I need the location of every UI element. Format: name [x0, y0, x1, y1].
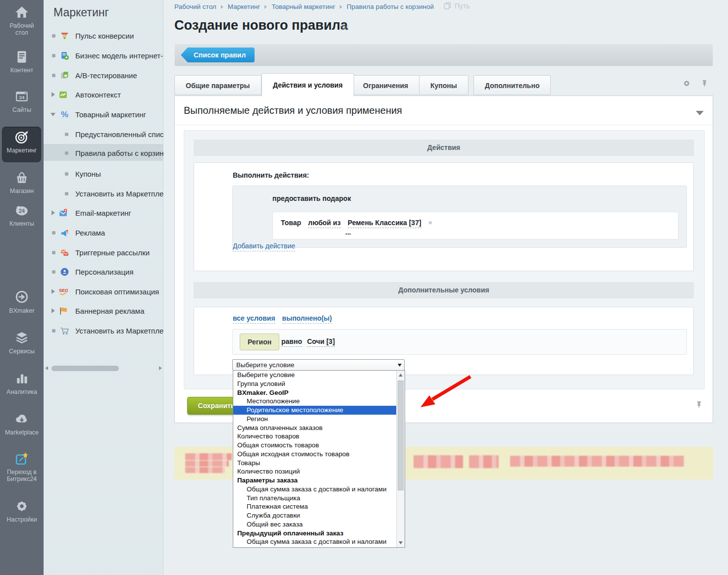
dropdown-option[interactable]: Выберите условие: [233, 371, 396, 380]
dropdown-option[interactable]: Количество позиций: [233, 467, 396, 476]
sites-icon: 24: [0, 89, 44, 105]
rail-item-sites[interactable]: 24 Сайты: [0, 89, 44, 113]
scroll-down-arrow-icon[interactable]: [399, 541, 403, 544]
product-value-link[interactable]: Ремень Классика [37]: [348, 219, 421, 228]
conditions-header: Дополнительные условия: [194, 282, 694, 298]
rail-item-analytics[interactable]: Аналитика: [0, 371, 44, 395]
add-action-link[interactable]: Добавить действие: [233, 242, 295, 251]
dropdown-option[interactable]: Тип плательщика: [233, 494, 396, 503]
scrollbar-thumb[interactable]: [398, 381, 404, 490]
document-icon: [0, 49, 44, 65]
dropdown-option[interactable]: Общая стоимость товаров: [233, 441, 396, 450]
dropdown-option[interactable]: Группа условий: [233, 380, 396, 388]
menu-item-ab-testing[interactable]: A/B-тестирование: [44, 69, 163, 81]
rail-item-bitrix24[interactable]: Переход в Битрикс24: [0, 451, 44, 482]
rail-item-content[interactable]: Контент: [0, 49, 44, 74]
dropdown-group-label[interactable]: Предыдущий оплаченный заказ: [233, 529, 396, 538]
rail-item-marketing[interactable]: Маркетинг: [0, 130, 44, 154]
scroll-left-arrow-icon[interactable]: [45, 366, 48, 370]
rail-item-marketplace[interactable]: Marketplace: [0, 412, 44, 436]
menu-item-banner-ads[interactable]: Баннерная реклама: [44, 305, 163, 317]
dropdown-option[interactable]: Количество товаров: [233, 432, 396, 441]
bullet-icon: [52, 270, 55, 274]
menu-item-email-marketing[interactable]: Email-маркетинг: [44, 207, 163, 219]
action-row-box: Товар любой из Ремень Классика [37] × ..…: [272, 212, 678, 240]
settings-gear-icon[interactable]: [682, 79, 691, 88]
breadcrumb-link[interactable]: Рабочий стол: [174, 3, 216, 10]
breadcrumb-separator-icon: [264, 5, 267, 9]
menu-item-business-model[interactable]: Бизнес модель интернет-м: [44, 49, 163, 61]
bullet-icon: [52, 231, 55, 235]
rail-item-clients[interactable]: 24 Клиенты: [0, 203, 44, 227]
more-link[interactable]: ...: [345, 228, 351, 236]
scrollbar-thumb[interactable]: [52, 366, 119, 371]
bullet-icon: [52, 34, 55, 38]
menu-item-preset-list[interactable]: Предустановленный списо: [44, 128, 163, 140]
dropdown-option[interactable]: Служба доставки: [233, 511, 396, 520]
region-value-link[interactable]: Сочи [3]: [307, 337, 335, 347]
rail-item-bxmaker[interactable]: BXmaker: [0, 290, 44, 314]
tab-coupons[interactable]: Купоны: [419, 75, 468, 95]
favorite-star-icon[interactable]: ☆: [339, 21, 349, 34]
dropdown-scrollbar[interactable]: [396, 371, 405, 547]
condition-select[interactable]: Выберите условие: [232, 359, 405, 371]
menu-item-seo[interactable]: SEO Поисковая оптимизация: [44, 286, 163, 297]
tab-actions-conditions[interactable]: Действия и условия: [261, 73, 354, 96]
layers-icon: [0, 331, 44, 346]
menu-item-trigger-mailings[interactable]: Триггерные рассылки: [44, 246, 163, 258]
breadcrumb-link[interactable]: Маркетинг: [228, 3, 260, 10]
dropdown-option[interactable]: Общая сумма заказа с доставкой и налогам…: [233, 537, 396, 546]
actions-header: Действия: [194, 140, 694, 156]
rules-list-button[interactable]: Список правил: [181, 48, 255, 62]
menu-item-install-marketplace[interactable]: Установить из Маркетплей: [44, 325, 163, 336]
actions-conditions-container: Действия Выполнить действия: предоставит…: [184, 130, 705, 389]
menu-item-coupons[interactable]: Купоны: [44, 168, 163, 180]
tab-restrictions[interactable]: Ограничения: [352, 75, 419, 95]
dropdown-group-label[interactable]: Параметры заказа: [233, 476, 396, 485]
menu-item-product-marketing[interactable]: % Товарный маркетинг: [44, 108, 163, 120]
rail-label: стол: [15, 29, 28, 36]
pin-icon[interactable]: [701, 79, 708, 88]
dropdown-option[interactable]: Местоположение: [233, 397, 396, 406]
region-tag[interactable]: Регион: [240, 334, 279, 350]
menu-item-install-marketplace-sub[interactable]: Установить из Маркетплей: [44, 188, 163, 199]
rail-item-settings[interactable]: Настройки: [0, 499, 44, 523]
pin-icon[interactable]: [695, 400, 703, 409]
breadcrumb-link[interactable]: Товарный маркетинг: [271, 3, 335, 10]
menu-item-autocontext[interactable]: Автоконтекст: [44, 89, 163, 100]
redacted-text: [185, 453, 232, 460]
bullet-icon: [52, 251, 55, 254]
remove-icon[interactable]: ×: [428, 218, 433, 227]
dropdown-option[interactable]: Общий вес заказа: [233, 520, 396, 529]
dropdown-option[interactable]: Товары: [233, 459, 396, 468]
menu-item-ads[interactable]: Реклама: [44, 227, 163, 239]
equals-link[interactable]: равно: [281, 337, 302, 347]
toolbar: Список правил: [174, 44, 713, 66]
menu-item-personalization[interactable]: Персонализация: [44, 266, 163, 278]
all-conditions-link[interactable]: все условия: [233, 314, 275, 324]
tab-general[interactable]: Общие параметры: [174, 75, 261, 95]
dropdown-group-label[interactable]: BXmaker. GeoIP: [233, 388, 396, 397]
any-of-link[interactable]: любой из: [308, 219, 341, 228]
tab-additional[interactable]: Дополнительно: [473, 75, 551, 95]
path-toggle-button[interactable]: Путь: [443, 1, 470, 10]
menu-item-conversion-pulse[interactable]: Пульс конверсии: [44, 30, 163, 42]
rail-item-shop[interactable]: Магазин: [0, 170, 44, 194]
dropdown-option[interactable]: Регион: [233, 415, 396, 424]
menu-item-cart-rules[interactable]: Правила работы с корзино: [44, 147, 163, 159]
rail-item-desktop[interactable]: Рабочий стол: [0, 5, 44, 36]
breadcrumb-link[interactable]: Правила работы с корзиной: [347, 3, 434, 10]
percent-icon: %: [60, 110, 69, 119]
section-collapse-icon[interactable]: [696, 111, 704, 115]
condition-row-box: Регион равно Сочи [3]: [232, 329, 687, 355]
dropdown-option[interactable]: Сумма оплаченных заказов: [233, 424, 396, 432]
fulfilled-link[interactable]: выполнено(ы): [282, 314, 332, 324]
menu-horizontal-scrollbar[interactable]: [44, 364, 163, 373]
dropdown-option[interactable]: Платежная система: [233, 502, 396, 511]
dropdown-option-selected[interactable]: Родительское местоположение: [233, 406, 396, 415]
dropdown-option[interactable]: Общая сумма заказа с доставкой и налогам…: [233, 485, 396, 494]
scroll-up-arrow-icon[interactable]: [399, 374, 403, 377]
rail-item-services[interactable]: Сервисы: [0, 331, 44, 355]
scroll-right-arrow-icon[interactable]: [159, 366, 162, 370]
dropdown-option[interactable]: Общая исходная стоимость товаров: [233, 450, 396, 459]
